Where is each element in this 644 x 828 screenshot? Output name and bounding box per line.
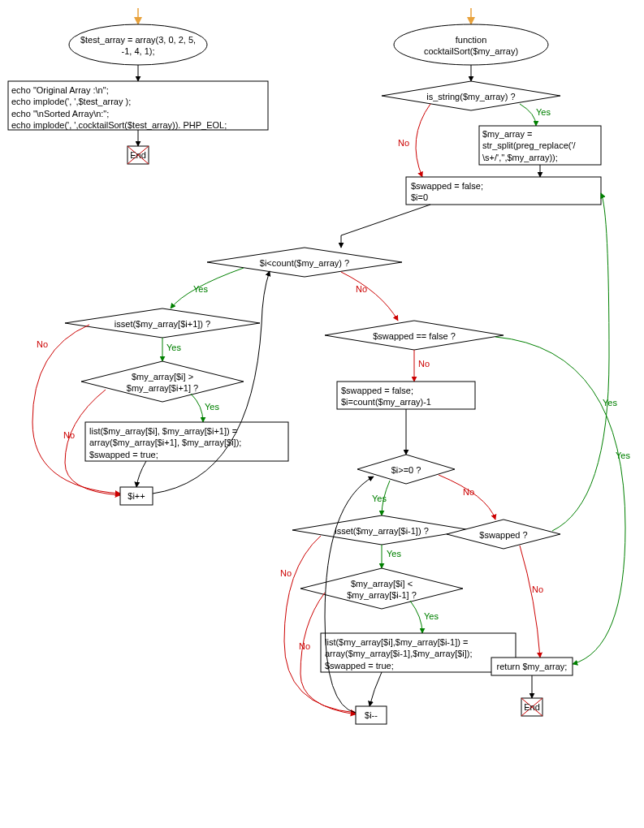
- edge: [341, 272, 398, 321]
- edge: [520, 104, 536, 126]
- node-f-swap2: [321, 633, 516, 672]
- edge: [520, 546, 540, 658]
- node-f-start: [394, 24, 548, 65]
- edge: [439, 475, 495, 520]
- node-m-echo: [8, 81, 268, 130]
- node-f-isstr: [382, 81, 560, 110]
- node-f-swap1: [85, 422, 288, 461]
- node-f-end: [521, 698, 542, 716]
- node-m-end: [128, 146, 149, 164]
- edge: [171, 268, 244, 308]
- edge: [382, 481, 390, 515]
- edge: [341, 205, 430, 248]
- node-f-inc: [120, 487, 153, 505]
- edge: [284, 536, 356, 713]
- flowchart-canvas: [0, 0, 644, 828]
- edge: [32, 325, 120, 494]
- node-f-return: [491, 658, 573, 675]
- edge: [495, 337, 625, 664]
- node-f-fwdcond: [207, 248, 402, 277]
- node-f-gt: [81, 361, 244, 402]
- edge: [410, 601, 422, 633]
- edge: [136, 461, 146, 487]
- node-f-swfalse: [325, 321, 504, 350]
- node-f-sw2: [447, 520, 560, 549]
- node-m-start: [69, 24, 207, 65]
- node-f-reset: [337, 382, 475, 409]
- node-f-isset2: [292, 515, 471, 545]
- edge: [416, 104, 430, 177]
- edge: [370, 672, 382, 706]
- node-f-init: [406, 177, 601, 205]
- node-f-bwdcond: [357, 455, 455, 484]
- edge: [552, 193, 609, 531]
- node-f-dec: [356, 706, 387, 724]
- edge: [191, 394, 203, 422]
- node-f-split: [479, 126, 601, 165]
- node-f-isset1: [65, 308, 260, 338]
